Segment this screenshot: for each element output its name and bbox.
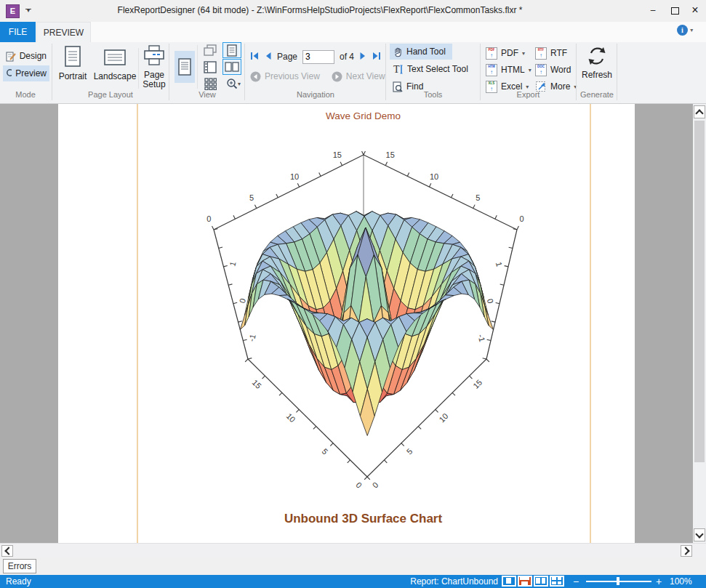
svg-text:15: 15 xyxy=(251,378,263,390)
page-number-input[interactable] xyxy=(302,50,334,64)
export-html-button[interactable]: HTM↑ HTML▾ xyxy=(483,62,534,78)
status-report-name: Report: ChartUnbound xyxy=(409,576,498,587)
close-button[interactable]: × xyxy=(684,0,706,20)
last-page-button[interactable] xyxy=(372,52,381,63)
two-page-layout-icon[interactable] xyxy=(534,576,548,587)
text-select-tool-button[interactable]: T Text Select Tool xyxy=(390,61,478,77)
svg-text:1: 1 xyxy=(494,261,504,267)
word-file-icon: DOC↑ xyxy=(535,64,547,76)
preview-label: Preview xyxy=(15,68,47,78)
vertical-scrollbar-thumb[interactable] xyxy=(694,121,705,462)
zoom-in-button[interactable]: + xyxy=(656,576,662,587)
svg-text:0: 0 xyxy=(206,214,211,223)
info-button[interactable]: i ▾ xyxy=(677,25,699,39)
refresh-icon xyxy=(586,45,608,67)
ribbon: Design Preview Mode Portrait Landscape P… xyxy=(0,42,706,104)
svg-text:-1: -1 xyxy=(247,333,257,342)
design-mode-button[interactable]: Design xyxy=(3,48,49,64)
export-word-button[interactable]: DOC↑ Word xyxy=(532,62,574,78)
refresh-button[interactable]: Refresh xyxy=(579,45,615,80)
maximize-button[interactable] xyxy=(664,0,686,20)
whole-page-view-button[interactable] xyxy=(175,51,195,83)
surface-chart: 051015051015051015051015-101-101 xyxy=(0,104,706,543)
hand-tool-button[interactable]: Hand Tool xyxy=(390,44,452,60)
svg-text:10: 10 xyxy=(430,172,438,181)
preview-canvas: Wave Grid Demo Unbound 3D Surface Chart … xyxy=(0,104,706,543)
group-label-navigation: Navigation xyxy=(246,90,385,100)
zoom-dropdown-button[interactable]: ▾ xyxy=(222,76,244,92)
zoom-slider-thumb[interactable] xyxy=(617,577,619,585)
horizontal-scrollbar[interactable] xyxy=(0,543,706,557)
preview-mode-button[interactable]: Preview xyxy=(3,65,49,81)
svg-text:10: 10 xyxy=(285,411,297,424)
overlapping-pages-button[interactable] xyxy=(201,42,220,58)
svg-text:0: 0 xyxy=(238,297,247,304)
pdf-label: PDF xyxy=(501,48,518,58)
page-setup-icon xyxy=(143,45,166,67)
page-icon xyxy=(178,58,191,76)
portrait-button[interactable]: Portrait xyxy=(54,45,92,81)
previous-view-button[interactable]: Previous View xyxy=(265,71,320,81)
page-setup-label: Page xyxy=(144,70,164,80)
group-label-export: Export xyxy=(481,90,575,100)
two-page-view-button[interactable] xyxy=(222,59,241,75)
portrait-label: Portrait xyxy=(54,72,92,81)
page-with-sidebar-icon xyxy=(204,61,217,73)
titlebar: E ▾ FlexReportDesigner (64 bit mode) - Z… xyxy=(0,0,706,22)
group-label-page-layout: Page Layout xyxy=(53,90,168,100)
scroll-up-button[interactable] xyxy=(694,105,705,118)
scroll-down-button[interactable] xyxy=(694,528,705,541)
landscape-button[interactable]: Landscape xyxy=(93,45,137,81)
portrait-icon xyxy=(64,45,81,68)
chevron-right-icon xyxy=(681,547,689,555)
status-ready: Ready xyxy=(6,576,31,587)
group-label-view: View xyxy=(170,90,244,100)
chevron-up-icon xyxy=(695,109,703,117)
one-page-view-button[interactable] xyxy=(222,42,241,58)
hand-tool-label: Hand Tool xyxy=(406,47,446,57)
export-rtf-button[interactable]: RTF↑ RTF xyxy=(532,45,570,61)
chevron-left-icon xyxy=(4,547,12,555)
errors-tab[interactable]: Errors xyxy=(3,559,36,573)
info-icon: i xyxy=(677,25,688,36)
svg-text:15: 15 xyxy=(333,150,342,159)
svg-text:5: 5 xyxy=(321,447,330,456)
svg-text:10: 10 xyxy=(437,411,449,424)
tab-preview[interactable]: PREVIEW xyxy=(36,22,91,42)
svg-text:15: 15 xyxy=(386,150,395,159)
svg-text:0: 0 xyxy=(486,298,495,305)
four-page-layout-icon[interactable] xyxy=(550,576,564,587)
chevron-down-icon: ▾ xyxy=(238,81,241,87)
preview-icon xyxy=(6,68,12,79)
errors-panel-bar: Errors xyxy=(0,557,706,575)
continuous-view-button[interactable] xyxy=(201,59,220,75)
single-page-layout-icon[interactable] xyxy=(502,576,516,587)
svg-text:5: 5 xyxy=(405,447,414,456)
rtf-label: RTF xyxy=(550,48,567,58)
minimize-button[interactable]: – xyxy=(642,0,664,20)
export-pdf-button[interactable]: PDF↑ PDF▾ xyxy=(483,45,528,61)
scroll-right-button[interactable] xyxy=(681,545,692,557)
page-setup-button[interactable]: Page Setup xyxy=(140,45,168,89)
zoom-out-button[interactable]: − xyxy=(573,576,579,587)
svg-text:10: 10 xyxy=(290,172,299,181)
word-label: Word xyxy=(550,65,571,75)
svg-text:5: 5 xyxy=(476,193,480,202)
previous-page-button[interactable] xyxy=(265,52,272,63)
rtf-file-icon: RTF↑ xyxy=(535,47,547,60)
scroll-left-button[interactable] xyxy=(1,545,13,557)
landscape-icon xyxy=(103,45,127,68)
thumbnails-view-button[interactable] xyxy=(201,76,220,92)
first-page-button[interactable] xyxy=(250,52,260,63)
zoom-icon xyxy=(226,78,238,89)
continuous-layout-icon[interactable] xyxy=(518,576,532,587)
vertical-scrollbar[interactable] xyxy=(693,104,706,543)
two-pages-icon xyxy=(225,62,239,72)
statusbar: Ready Report: ChartUnbound − + 100% xyxy=(0,575,706,588)
group-label-mode: Mode xyxy=(0,90,51,100)
tab-file[interactable]: FILE xyxy=(0,22,36,42)
next-page-button[interactable] xyxy=(359,52,366,63)
next-view-button[interactable]: Next View xyxy=(346,71,385,81)
next-view-icon xyxy=(332,71,342,82)
hand-icon xyxy=(393,47,403,57)
